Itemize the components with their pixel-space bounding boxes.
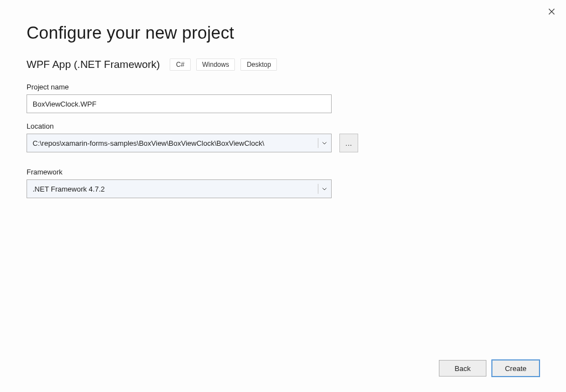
browse-label: ... — [345, 139, 352, 147]
close-button[interactable] — [545, 6, 558, 19]
location-group: Location C:\repos\xamarin-forms-samples\… — [27, 122, 539, 152]
project-name-label: Project name — [27, 83, 539, 91]
browse-button[interactable]: ... — [339, 134, 358, 152]
close-icon — [548, 8, 555, 17]
project-name-group: Project name — [27, 83, 539, 113]
template-name: WPF App (.NET Framework) — [27, 59, 160, 71]
location-value: C:\repos\xamarin-forms-samples\BoxView\B… — [33, 139, 264, 147]
create-button[interactable]: Create — [492, 360, 539, 377]
location-combobox[interactable]: C:\repos\xamarin-forms-samples\BoxView\B… — [27, 134, 332, 152]
button-bar: Back Create — [439, 360, 539, 377]
back-button[interactable]: Back — [439, 360, 486, 377]
project-name-input[interactable] — [27, 94, 332, 113]
framework-group: Framework .NET Framework 4.7.2 — [27, 168, 539, 198]
template-tags: C# Windows Desktop — [170, 59, 277, 71]
dialog-content: Configure your new project WPF App (.NET… — [0, 0, 566, 198]
template-header: WPF App (.NET Framework) C# Windows Desk… — [27, 59, 539, 71]
tag-windows: Windows — [196, 59, 235, 71]
tag-desktop: Desktop — [240, 59, 277, 71]
framework-combobox[interactable]: .NET Framework 4.7.2 — [27, 179, 332, 198]
chevron-down-icon — [318, 138, 328, 148]
tag-csharp: C# — [170, 59, 190, 71]
framework-value: .NET Framework 4.7.2 — [33, 185, 105, 193]
page-title: Configure your new project — [27, 23, 539, 43]
location-label: Location — [27, 122, 539, 130]
framework-label: Framework — [27, 168, 539, 176]
chevron-down-icon — [318, 184, 328, 194]
